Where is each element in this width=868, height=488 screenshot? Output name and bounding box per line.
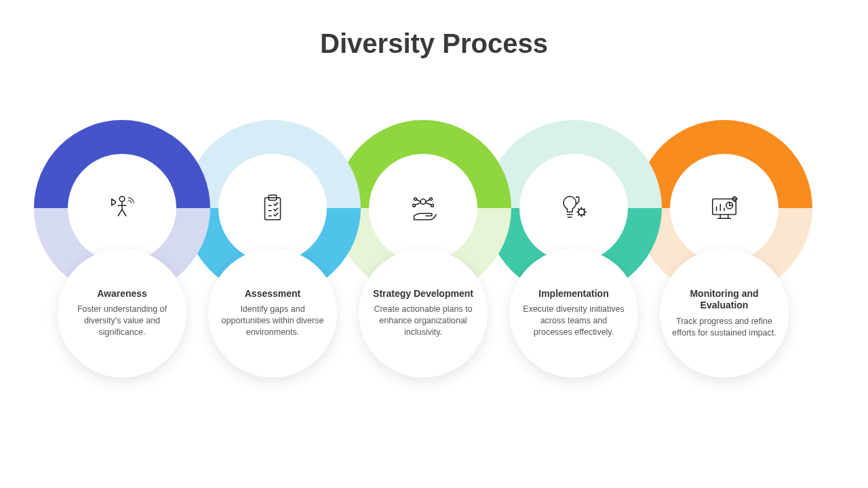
- step-desc: Identify gaps and opportunities within d…: [220, 304, 325, 338]
- step-desc: Create actionable plans to enhance organ…: [371, 304, 475, 338]
- hand-network-icon: [408, 192, 439, 224]
- page-title: Diversity Process: [0, 28, 868, 59]
- step-bubble: Monitoring and Evaluation Track progress…: [660, 249, 789, 378]
- step-awareness: Awareness Foster understanding of divers…: [34, 120, 210, 296]
- megaphone-person-icon: [106, 192, 138, 224]
- step-bubble: Awareness Foster understanding of divers…: [58, 249, 186, 378]
- step-desc: Execute diversity initiatives across tea…: [521, 304, 626, 338]
- idea-gears-icon: [558, 192, 589, 224]
- svg-point-0: [119, 197, 125, 202]
- step-title: Monitoring and Evaluation: [672, 288, 776, 312]
- step-desc: Track progress and refine efforts for su…: [672, 316, 776, 339]
- clipboard-check-icon: [257, 192, 288, 224]
- step-bubble: Assessment Identify gaps and opportuniti…: [208, 249, 337, 378]
- step-bubble: Implementation Execute diversity initiat…: [509, 249, 638, 378]
- step-desc: Foster understanding of diversity's valu…: [70, 304, 174, 338]
- step-title: Awareness: [97, 288, 147, 300]
- process-diagram: Awareness Foster understanding of divers…: [0, 120, 868, 472]
- dashboard-chart-icon: [709, 192, 740, 224]
- svg-rect-1: [265, 198, 281, 220]
- svg-point-3: [420, 199, 426, 205]
- step-title: Implementation: [538, 288, 608, 300]
- step-title: Assessment: [245, 288, 301, 300]
- step-bubble: Strategy Development Create actionable p…: [359, 249, 488, 378]
- step-title: Strategy Development: [373, 288, 473, 300]
- step-monitoring: Monitoring and Evaluation Track progress…: [636, 120, 812, 296]
- step-implementation: Implementation Execute diversity initiat…: [486, 120, 662, 296]
- step-assessment: Assessment Identify gaps and opportuniti…: [184, 120, 361, 296]
- step-strategy: Strategy Development Create actionable p…: [335, 120, 511, 296]
